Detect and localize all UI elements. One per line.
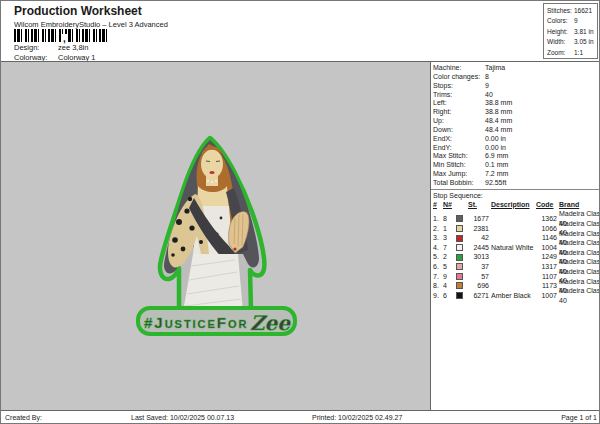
- stop-sequence-title: Stop Sequence:: [431, 190, 600, 200]
- production-worksheet-page: Production Worksheet Wilcom EmbroiderySt…: [0, 0, 600, 424]
- design-row: Design:zee 3,8in: [14, 43, 88, 52]
- design-canvas: #JusticeFor Zee: [1, 61, 430, 410]
- wrist-mark: [233, 247, 236, 250]
- worksheet-header: Production Worksheet Wilcom EmbroiderySt…: [1, 1, 600, 61]
- worksheet-footer: Created By: Last Saved: 10/02/2025 00.07…: [1, 410, 600, 424]
- last-saved-text: Last Saved: 10/02/2025 00.07.13: [131, 414, 234, 421]
- printed-text: Printed: 10/02/2025 02.49.27: [312, 414, 402, 421]
- design-stats-box: Stitches:16621 Colors:9 Height:3.81 in W…: [543, 3, 598, 59]
- stat-width: Width:3.05 in: [547, 37, 595, 47]
- machine-info-panel: Machine:Tajima Color changes:8 Stops:9 T…: [430, 61, 600, 410]
- thread-color-swatch: [456, 292, 463, 299]
- page-title: Production Worksheet: [14, 4, 142, 18]
- barcode-separator: ,: [62, 34, 67, 43]
- thread-color-swatch: [456, 282, 463, 289]
- page-number: Page 1 of 1: [561, 414, 597, 421]
- table-row: 1.8 1677 1362Madeira Classic 40: [433, 209, 600, 219]
- patch-text-script: Zee: [250, 311, 291, 335]
- thread-color-swatch: [456, 235, 463, 242]
- app-subtitle: Wilcom EmbroideryStudio – Level 3 Advanc…: [14, 20, 168, 29]
- thread-color-swatch: [456, 254, 463, 261]
- thread-color-swatch: [456, 215, 463, 222]
- design-value: zee 3,8in: [58, 43, 88, 52]
- created-by-label: Created By:: [5, 414, 42, 421]
- stop-sequence-table: # N# St. Description Code Brand 1.8 1677…: [431, 200, 600, 296]
- machine-info-list: Machine:Tajima Color changes:8 Stops:9 T…: [431, 62, 600, 188]
- thread-color-swatch: [456, 263, 463, 270]
- neck-shape: [206, 174, 218, 186]
- stat-colors: Colors:9: [547, 16, 595, 26]
- lips: [209, 171, 214, 174]
- design-label: Design:: [14, 43, 58, 52]
- stat-height: Height:3.81 in: [547, 27, 595, 37]
- stat-zoom: Zoom:1:1: [547, 48, 595, 58]
- patch-text: #JusticeFor: [144, 314, 247, 331]
- stat-stitches: Stitches:16621: [547, 6, 595, 16]
- thread-color-swatch: [456, 225, 463, 232]
- thread-color-swatch: [456, 244, 463, 251]
- thread-color-swatch: [456, 273, 463, 280]
- embroidery-design-preview: #JusticeFor Zee: [131, 102, 301, 342]
- stop-sequence-header: # N# St. Description Code Brand: [433, 200, 600, 210]
